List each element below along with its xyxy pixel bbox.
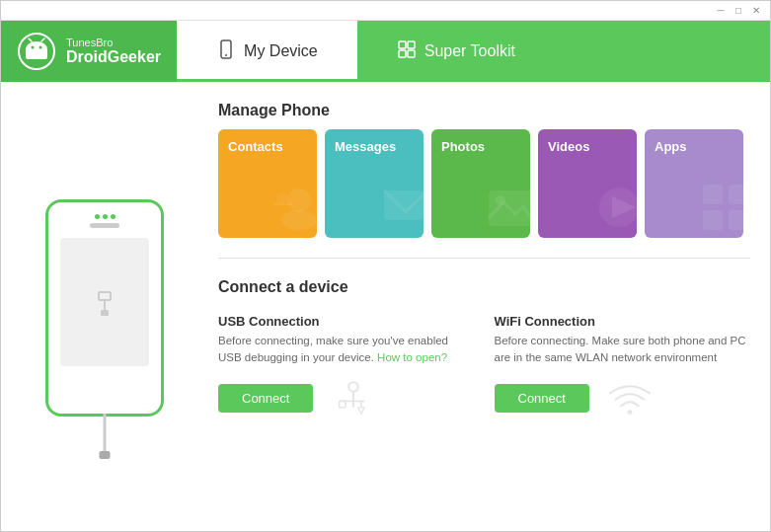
usb-col: USB Connection Before connecting, make s… bbox=[218, 314, 475, 418]
close-button[interactable]: ✕ bbox=[750, 5, 762, 17]
svg-rect-25 bbox=[703, 185, 723, 204]
connect-cols: USB Connection Before connecting, make s… bbox=[218, 314, 750, 418]
minimize-button[interactable]: ─ bbox=[715, 5, 727, 17]
card-videos-label: Videos bbox=[548, 139, 589, 154]
svg-rect-32 bbox=[340, 401, 346, 407]
card-videos[interactable]: Videos bbox=[538, 129, 637, 238]
svg-point-17 bbox=[281, 210, 317, 230]
tab-my-device[interactable]: My Device bbox=[177, 21, 357, 82]
manage-phone-section: Manage Phone Contacts Messages bbox=[218, 102, 750, 238]
svg-rect-28 bbox=[729, 210, 743, 230]
contacts-bg-icon bbox=[272, 181, 317, 238]
nav-tabs: My Device Super Toolkit bbox=[177, 21, 770, 82]
svg-rect-15 bbox=[101, 310, 109, 316]
phone-area bbox=[21, 102, 189, 513]
card-apps[interactable]: Apps bbox=[645, 129, 743, 238]
messages-bg-icon bbox=[379, 181, 424, 238]
dot-1 bbox=[95, 214, 100, 219]
phone-speaker bbox=[90, 223, 119, 228]
svg-rect-13 bbox=[99, 292, 111, 300]
wifi-connect-bottom: Connect bbox=[495, 379, 751, 418]
card-apps-label: Apps bbox=[655, 139, 687, 154]
main-content: Manage Phone Contacts Messages bbox=[1, 82, 770, 532]
usb-desc: Before connecting, make sure you've enab… bbox=[218, 333, 475, 367]
card-messages-label: Messages bbox=[335, 139, 396, 154]
card-photos-label: Photos bbox=[441, 139, 485, 154]
svg-point-8 bbox=[225, 54, 227, 56]
manage-phone-title: Manage Phone bbox=[218, 102, 750, 119]
logo-text: TunesBro DroidGeeker bbox=[66, 37, 161, 66]
wifi-symbol-icon bbox=[605, 379, 655, 418]
connect-device-title: Connect a device bbox=[218, 278, 750, 296]
window-controls: ─ □ ✕ bbox=[715, 5, 762, 17]
videos-bg-icon bbox=[592, 181, 637, 238]
svg-point-16 bbox=[287, 189, 311, 212]
divider bbox=[218, 258, 750, 259]
card-contacts-label: Contacts bbox=[228, 139, 283, 154]
svg-point-35 bbox=[628, 410, 633, 415]
apps-bg-icon bbox=[699, 181, 743, 238]
phone-icon bbox=[216, 39, 236, 64]
right-panel: Manage Phone Contacts Messages bbox=[218, 102, 750, 513]
card-photos[interactable]: Photos bbox=[431, 129, 530, 238]
how-to-open-link[interactable]: How to open? bbox=[377, 351, 447, 363]
grid-icon bbox=[397, 39, 417, 64]
usb-connect-bottom: Connect bbox=[218, 379, 475, 418]
wifi-desc: Before connecting. Make sure both phone … bbox=[495, 333, 751, 367]
phone-screen bbox=[60, 238, 149, 366]
phone-frame bbox=[45, 199, 164, 417]
svg-point-29 bbox=[349, 382, 359, 392]
tab-my-device-label: My Device bbox=[244, 42, 318, 60]
svg-rect-27 bbox=[703, 210, 723, 230]
connect-section: Connect a device USB Connection Before c… bbox=[218, 278, 750, 418]
maximize-button[interactable]: □ bbox=[732, 5, 744, 17]
svg-rect-9 bbox=[399, 41, 406, 48]
usb-connect-button[interactable]: Connect bbox=[218, 384, 313, 413]
dot-2 bbox=[103, 214, 108, 219]
svg-marker-34 bbox=[358, 407, 364, 413]
photos-bg-icon bbox=[486, 181, 530, 238]
wifi-col: WiFi Connection Before connecting. Make … bbox=[495, 314, 751, 418]
brand-top: TunesBro bbox=[66, 37, 161, 48]
svg-rect-11 bbox=[399, 50, 406, 57]
card-contacts[interactable]: Contacts bbox=[218, 129, 317, 238]
wifi-title: WiFi Connection bbox=[495, 314, 751, 329]
svg-rect-26 bbox=[729, 185, 743, 204]
manage-cards: Contacts Messages bbox=[218, 129, 750, 238]
svg-point-18 bbox=[276, 192, 288, 204]
svg-rect-10 bbox=[408, 41, 415, 48]
phone-dots bbox=[95, 214, 116, 219]
usb-connector-icon bbox=[85, 282, 124, 322]
usb-title: USB Connection bbox=[218, 314, 475, 329]
logo-area: TunesBro DroidGeeker bbox=[1, 21, 177, 82]
usb-symbol-icon bbox=[329, 379, 378, 418]
svg-point-3 bbox=[32, 46, 35, 49]
logo-icon bbox=[17, 32, 56, 71]
title-bar: ─ □ ✕ bbox=[1, 1, 770, 21]
card-messages[interactable]: Messages bbox=[325, 129, 424, 238]
header: TunesBro DroidGeeker My Device bbox=[1, 21, 770, 82]
svg-rect-2 bbox=[26, 49, 47, 59]
brand-name: DroidGeeker bbox=[66, 48, 161, 66]
wifi-connect-button[interactable]: Connect bbox=[495, 384, 589, 413]
tab-super-toolkit[interactable]: Super Toolkit bbox=[357, 21, 555, 82]
tab-super-toolkit-label: Super Toolkit bbox=[424, 42, 515, 60]
svg-point-4 bbox=[39, 46, 42, 49]
phone-cable bbox=[104, 414, 107, 453]
svg-rect-12 bbox=[408, 50, 415, 57]
dot-3 bbox=[111, 214, 116, 219]
